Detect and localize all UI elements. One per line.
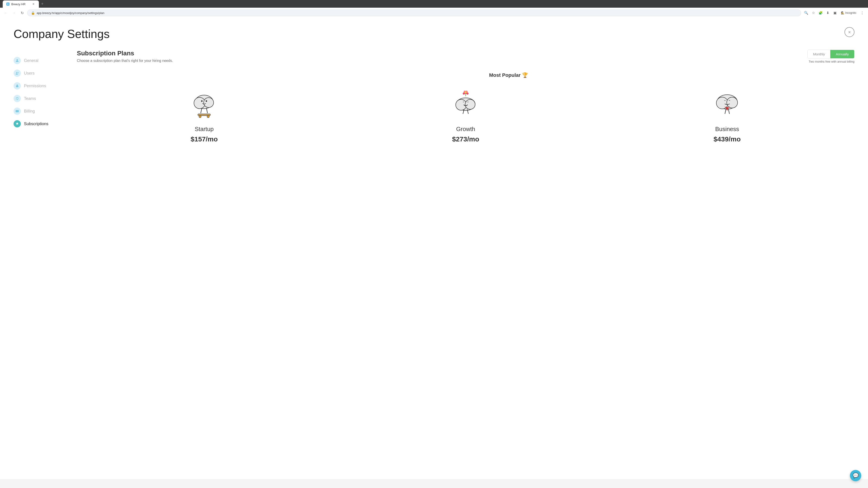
svg-point-33 bbox=[727, 97, 738, 108]
svg-point-28 bbox=[465, 99, 475, 109]
startup-plan-name: Startup bbox=[195, 126, 214, 133]
close-button[interactable]: × bbox=[844, 27, 855, 37]
growth-illustration bbox=[450, 90, 482, 121]
sidebar-users-label: Users bbox=[24, 71, 35, 76]
most-popular-label: Most Popular 🏆 bbox=[163, 72, 855, 78]
svg-point-27 bbox=[456, 99, 467, 110]
main-layout: General Users Permissions Teams bbox=[13, 50, 855, 150]
sidebar-item-subscriptions[interactable]: Subscriptions bbox=[13, 118, 59, 130]
business-plan-card[interactable]: Business $439/mo bbox=[600, 83, 855, 150]
url-text: app.breezy.hr/app/c/moodjoy/company/sett… bbox=[37, 11, 797, 15]
general-icon bbox=[13, 57, 21, 64]
sidebar-general-label: General bbox=[24, 58, 38, 63]
billing-note: Two months free with annual billing bbox=[809, 60, 855, 63]
annually-toggle-button[interactable]: Annually bbox=[830, 50, 854, 58]
browser-chrome: B Breezy HR ✕ + ← → ↻ 🔒 app.breezy.hr/ap… bbox=[0, 0, 868, 18]
browser-tabs: B Breezy HR ✕ + bbox=[0, 0, 868, 8]
sidebar-item-billing[interactable]: Billing bbox=[13, 105, 59, 118]
svg-point-24 bbox=[465, 92, 467, 93]
page-content: Company Settings × General Users bbox=[0, 18, 868, 479]
plans-container: Startup $157/mo bbox=[77, 83, 855, 150]
svg-rect-7 bbox=[16, 110, 19, 112]
extensions-icon[interactable]: 🧩 bbox=[817, 10, 824, 16]
close-icon: × bbox=[848, 30, 851, 35]
sidebar-item-general[interactable]: General bbox=[13, 54, 59, 67]
svg-rect-3 bbox=[16, 86, 18, 87]
sidebar-subscriptions-label: Subscriptions bbox=[24, 122, 49, 126]
active-tab[interactable]: B Breezy HR ✕ bbox=[3, 0, 39, 8]
browser-toolbar-icons: 🔍 ☆ 🧩 ⬇ ▣ 🕵 Incognito ⋮ bbox=[803, 10, 865, 16]
svg-point-4 bbox=[16, 98, 17, 98]
svg-point-5 bbox=[18, 98, 19, 98]
tab-title: Breezy HR bbox=[11, 2, 26, 6]
url-bar[interactable]: 🔒 app.breezy.hr/app/c/moodjoy/company/se… bbox=[27, 9, 801, 16]
sidebar: General Users Permissions Teams bbox=[13, 50, 59, 150]
billing-toggle: Monthly Annually Two months free with an… bbox=[807, 50, 855, 63]
business-plan-name: Business bbox=[715, 126, 739, 133]
svg-point-0 bbox=[17, 59, 18, 61]
svg-point-1 bbox=[16, 72, 18, 73]
sidebar-item-permissions[interactable]: Permissions bbox=[13, 79, 59, 92]
bookmark-icon[interactable]: ☆ bbox=[810, 10, 816, 16]
toggle-buttons: Monthly Annually bbox=[807, 50, 855, 59]
search-icon[interactable]: 🔍 bbox=[803, 10, 809, 16]
subscriptions-icon bbox=[13, 120, 21, 127]
svg-rect-8 bbox=[16, 111, 17, 112]
business-illustration bbox=[711, 90, 743, 121]
growth-plan-price: $273/mo bbox=[452, 135, 479, 143]
sidebar-item-teams[interactable]: Teams bbox=[13, 92, 59, 105]
chat-icon: 💬 bbox=[852, 473, 859, 479]
svg-point-32 bbox=[716, 97, 728, 109]
monthly-toggle-button[interactable]: Monthly bbox=[808, 50, 831, 58]
users-icon bbox=[13, 70, 21, 77]
tab-close-button[interactable]: ✕ bbox=[32, 2, 35, 6]
subscription-title: Subscription Plans bbox=[77, 50, 173, 57]
teams-icon bbox=[13, 95, 21, 102]
chat-bubble[interactable]: 💬 bbox=[850, 470, 861, 481]
growth-plan-card[interactable]: Growth $273/mo bbox=[338, 83, 593, 150]
startup-plan-price: $157/mo bbox=[191, 135, 218, 143]
svg-point-18 bbox=[207, 116, 209, 118]
svg-point-17 bbox=[199, 116, 201, 118]
sidebar-item-users[interactable]: Users bbox=[13, 67, 59, 79]
svg-line-15 bbox=[206, 108, 208, 113]
download-icon[interactable]: ⬇ bbox=[825, 10, 831, 16]
growth-plan-name: Growth bbox=[456, 126, 475, 133]
startup-plan-card[interactable]: Startup $157/mo bbox=[77, 83, 332, 150]
svg-point-11 bbox=[204, 98, 214, 107]
reload-button[interactable]: ↻ bbox=[19, 10, 25, 16]
menu-icon[interactable]: ⋮ bbox=[859, 10, 865, 16]
permissions-icon bbox=[13, 82, 21, 90]
svg-point-2 bbox=[18, 72, 19, 73]
sidebar-icon[interactable]: ▣ bbox=[832, 10, 838, 16]
sidebar-billing-label: Billing bbox=[24, 109, 35, 113]
main-content: Subscription Plans Choose a subscription… bbox=[77, 50, 855, 150]
svg-line-36 bbox=[725, 109, 726, 114]
business-plan-price: $439/mo bbox=[714, 135, 741, 143]
svg-point-6 bbox=[17, 97, 18, 98]
subscription-header: Subscription Plans Choose a subscription… bbox=[77, 50, 855, 63]
subscription-subtitle: Choose a subscription plan that's right … bbox=[77, 59, 173, 63]
billing-icon bbox=[13, 107, 21, 115]
tab-favicon: B bbox=[6, 2, 9, 6]
forward-button[interactable]: → bbox=[11, 10, 17, 16]
svg-line-37 bbox=[728, 109, 730, 114]
incognito-label: Incognito bbox=[845, 11, 856, 14]
back-button[interactable]: ← bbox=[3, 10, 9, 16]
sidebar-permissions-label: Permissions bbox=[24, 84, 46, 88]
browser-navbar: ← → ↻ 🔒 app.breezy.hr/app/c/moodjoy/comp… bbox=[0, 8, 868, 18]
url-lock-icon: 🔒 bbox=[31, 11, 35, 15]
incognito-badge: 🕵 Incognito bbox=[839, 10, 858, 16]
incognito-icon: 🕵 bbox=[841, 11, 844, 14]
page-title: Company Settings bbox=[13, 27, 855, 41]
subscription-info: Subscription Plans Choose a subscription… bbox=[77, 50, 173, 63]
sidebar-teams-label: Teams bbox=[24, 96, 36, 101]
new-tab-button[interactable]: + bbox=[39, 0, 45, 8]
startup-illustration bbox=[188, 90, 220, 121]
svg-line-14 bbox=[201, 108, 202, 113]
